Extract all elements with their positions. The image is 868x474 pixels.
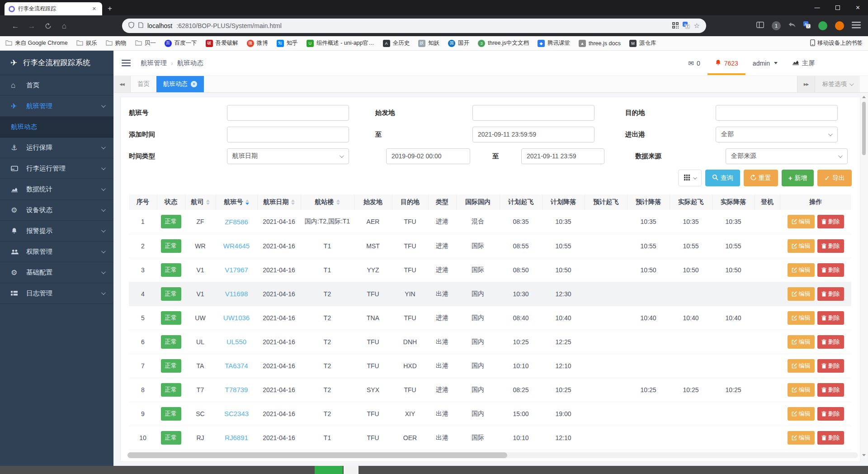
shield-icon[interactable] [128, 22, 134, 30]
bookmark-item[interactable]: ◆腾讯课堂 [538, 39, 570, 47]
page-icon[interactable] [138, 22, 143, 29]
bookmark-item[interactable]: M源仓库 [629, 39, 656, 47]
delete-button[interactable]: 删除 [817, 359, 844, 373]
tabs-scroll-left-icon[interactable]: ◀◀ [113, 76, 131, 92]
qr-code-icon[interactable] [672, 22, 679, 30]
sidebar-item-3[interactable]: 行李运行管理 [0, 158, 113, 179]
query-button[interactable]: 查询 [705, 170, 740, 186]
sidebar-subitem-flight-dynamics[interactable]: 航班动态 [0, 117, 113, 137]
back-icon[interactable]: ← [7, 19, 24, 33]
sort-asc-icon[interactable] [245, 199, 249, 202]
edit-button[interactable]: 编辑 [788, 311, 815, 325]
flight-number-link[interactable]: SC2343 [224, 410, 249, 417]
mail-indicator[interactable]: ✉ 0 [688, 60, 700, 67]
bookmark-item[interactable]: ▲three.js docs [579, 40, 621, 47]
sidebar-item-0[interactable]: ⌂首页 [0, 75, 113, 96]
edit-button[interactable]: 编辑 [788, 287, 815, 301]
bookmark-item[interactable]: 3three.js中文文档 [478, 39, 529, 47]
breadcrumb-parent[interactable]: 航班管理 [141, 59, 167, 67]
sidebar-item-6[interactable]: 报警提示 [0, 221, 113, 242]
source-select[interactable]: 全部来源 [726, 148, 848, 164]
time-type-select[interactable]: 航班日期 [227, 148, 349, 164]
sort-desc-icon[interactable] [291, 203, 295, 205]
flight-number-link[interactable]: WR4645 [223, 242, 250, 250]
home-icon[interactable]: ⌂ [56, 19, 72, 33]
browser-tab[interactable]: 行李全流程跟踪 ✕ [5, 2, 102, 15]
sidebar-item-5[interactable]: ⚙设备状态 [0, 200, 113, 221]
vertical-scrollbar[interactable] [861, 94, 867, 459]
column-header-terminal[interactable]: 航站楼 [301, 194, 354, 210]
taskbar[interactable] [0, 466, 868, 474]
flight-number-link[interactable]: ZF8586 [225, 218, 248, 226]
sort-icons[interactable] [206, 199, 210, 205]
tabs-scroll-right-icon[interactable]: ▶▶ [797, 76, 815, 92]
bookmark-item[interactable]: 娱乐 [76, 39, 97, 47]
bookmark-item[interactable]: 贝一 [135, 39, 156, 47]
tab-home[interactable]: 首页 [131, 76, 156, 92]
dest-input[interactable] [716, 105, 838, 121]
horizontal-scrollbar[interactable] [127, 452, 858, 458]
flight-number-link[interactable]: V17967 [225, 266, 248, 274]
bookmark-item[interactable]: 来自 Google Chrome [5, 39, 68, 47]
forward-icon[interactable]: → [24, 19, 40, 33]
edit-button[interactable]: 编辑 [788, 263, 815, 277]
scroll-up-icon[interactable] [862, 96, 866, 98]
sidebar-item-8[interactable]: ⚙基础配置 [0, 262, 113, 283]
origin-input[interactable] [472, 105, 594, 121]
tab-options-dropdown[interactable]: 标签选项 [815, 76, 860, 92]
sort-asc-icon[interactable] [336, 199, 340, 202]
sidebar-item-1[interactable]: ✈航班管理 [0, 96, 113, 117]
delete-button[interactable]: 删除 [817, 263, 844, 277]
flight-number-link[interactable]: UL550 [226, 338, 246, 346]
delete-button[interactable]: 删除 [817, 407, 844, 421]
scrollbar-thumb[interactable] [862, 102, 866, 155]
sort-icons[interactable] [245, 199, 249, 205]
sort-desc-icon[interactable] [336, 203, 340, 205]
window-minimize-button[interactable]: — [807, 0, 827, 15]
delete-button[interactable]: 删除 [817, 311, 844, 325]
bookmark-item[interactable]: 微微博 [247, 39, 268, 47]
sort-desc-icon[interactable] [245, 203, 249, 205]
column-header-airline[interactable]: 航司 [185, 194, 216, 210]
bookmark-star-icon[interactable]: ☆ [694, 22, 700, 29]
delete-button[interactable]: 删除 [817, 431, 844, 445]
translate-icon[interactable]: A文 [683, 22, 690, 30]
sort-icons[interactable] [336, 199, 340, 205]
bookmark-item[interactable]: 国国开 [448, 39, 469, 47]
export-button[interactable]: ✓ 导出 [817, 170, 852, 186]
alert-indicator[interactable]: 7623 [715, 59, 738, 67]
edit-button[interactable]: 编辑 [788, 335, 815, 349]
range-start-input[interactable] [386, 148, 470, 164]
tab-flight-dynamics[interactable]: 航班动态 ✕ [156, 76, 204, 92]
flight-number-link[interactable]: T78739 [225, 386, 248, 393]
delete-button[interactable]: 删除 [817, 287, 844, 301]
scroll-down-icon[interactable] [862, 454, 866, 456]
split-view-icon[interactable] [756, 22, 764, 30]
close-tab-icon[interactable]: ✕ [90, 5, 98, 13]
sidebar-item-9[interactable]: 日志管理 [0, 283, 113, 304]
flight-no-input[interactable] [227, 105, 349, 121]
edit-button[interactable]: 编辑 [788, 239, 815, 253]
edit-button[interactable]: 编辑 [788, 383, 815, 397]
close-tab-icon[interactable]: ✕ [191, 81, 197, 87]
bookmark-item[interactable]: 百百度一下 [165, 39, 197, 47]
translate-extension-icon[interactable]: A文 [803, 21, 811, 30]
extension-badge[interactable]: 1 [772, 21, 781, 30]
delete-button[interactable]: 删除 [817, 335, 844, 349]
scrollbar-thumb[interactable] [127, 452, 507, 458]
bookmark-item[interactable]: 购物 [106, 39, 127, 47]
add-time-input[interactable] [227, 127, 349, 142]
user-menu[interactable]: admin [753, 60, 778, 67]
sort-asc-icon[interactable] [291, 199, 295, 202]
inout-select[interactable]: 全部 [716, 127, 838, 142]
browser-menu-icon[interactable] [852, 22, 861, 30]
delete-button[interactable]: 删除 [817, 383, 844, 397]
address-bar[interactable]: localhost:62810/BOP-PLUS/System/main.htm… [122, 19, 706, 33]
bookmark-item[interactable]: U组件概述 - uni-app官… [307, 39, 374, 47]
hamburger-menu-icon[interactable] [122, 60, 131, 66]
flight-number-link[interactable]: RJ6891 [225, 434, 248, 441]
bookmark-item[interactable]: 破吾爱破解 [206, 39, 238, 47]
bookmark-item[interactable]: 知知乎 [277, 39, 298, 47]
extension-orange-icon[interactable] [835, 21, 844, 30]
new-tab-button[interactable]: + [108, 4, 112, 13]
